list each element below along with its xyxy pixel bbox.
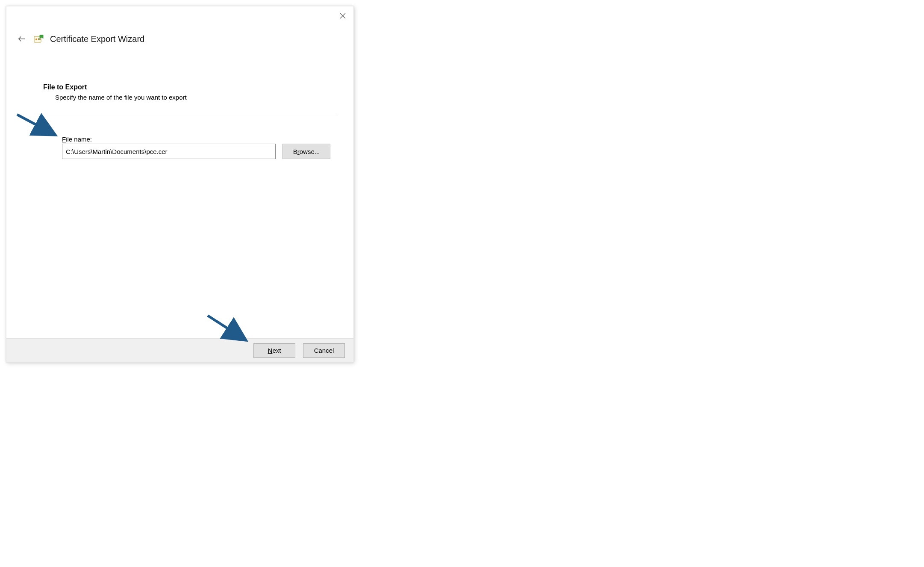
section-subtitle: Specify the name of the file you want to…: [55, 94, 335, 101]
svg-point-4: [35, 38, 37, 40]
file-name-row: Browse...: [62, 144, 335, 159]
section-divider: [43, 114, 335, 114]
back-arrow-icon: [17, 34, 26, 44]
browse-button[interactable]: Browse...: [282, 144, 330, 159]
file-name-form: File name: Browse...: [62, 136, 335, 159]
wizard-title: Certificate Export Wizard: [50, 34, 144, 44]
file-name-label: File name:: [62, 136, 92, 143]
next-button[interactable]: Next: [253, 343, 295, 358]
titlebar: [6, 6, 353, 25]
certificate-wizard-icon: [34, 34, 44, 44]
wizard-header: Certificate Export Wizard: [6, 25, 353, 45]
svg-rect-6: [38, 39, 41, 40]
cancel-button[interactable]: Cancel: [303, 343, 345, 358]
close-button[interactable]: [335, 9, 351, 23]
certificate-export-wizard-dialog: Certificate Export Wizard File to Export…: [6, 6, 354, 363]
section-title: File to Export: [43, 83, 335, 91]
wizard-footer: Next Cancel: [6, 338, 353, 362]
back-button[interactable]: [16, 33, 28, 45]
section-header: File to Export Specify the name of the f…: [43, 83, 335, 101]
wizard-content: File to Export Specify the name of the f…: [6, 45, 353, 338]
close-icon: [340, 13, 346, 19]
file-name-input[interactable]: [62, 144, 276, 159]
